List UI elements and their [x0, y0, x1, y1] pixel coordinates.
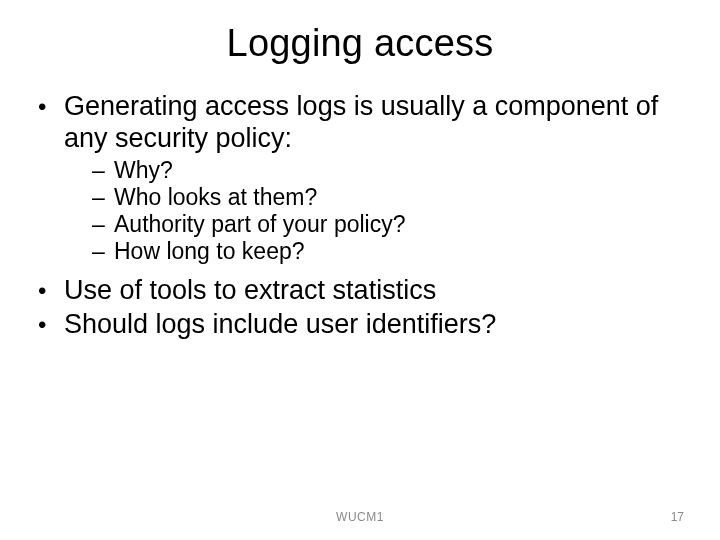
sub-bullet-text: Who looks at them? — [114, 184, 317, 210]
footer-center: WUCM1 — [0, 510, 720, 524]
bullet-item: Use of tools to extract statistics — [36, 275, 684, 307]
sub-bullet-item: How long to keep? — [92, 238, 684, 265]
sub-bullet-list: Why? Who looks at them? Authority part o… — [64, 157, 684, 266]
slide-body: Generating access logs is usually a comp… — [0, 73, 720, 341]
bullet-text: Generating access logs is usually a comp… — [64, 91, 658, 153]
bullet-item: Generating access logs is usually a comp… — [36, 91, 684, 265]
sub-bullet-text: Authority part of your policy? — [114, 211, 405, 237]
bullet-item: Should logs include user identifiers? — [36, 309, 684, 341]
page-number: 17 — [671, 510, 684, 524]
slide-title: Logging access — [0, 0, 720, 73]
sub-bullet-text: How long to keep? — [114, 238, 305, 264]
bullet-list: Generating access logs is usually a comp… — [36, 91, 684, 341]
bullet-text: Use of tools to extract statistics — [64, 275, 436, 305]
sub-bullet-item: Authority part of your policy? — [92, 211, 684, 238]
bullet-text: Should logs include user identifiers? — [64, 309, 496, 339]
sub-bullet-item: Who looks at them? — [92, 184, 684, 211]
sub-bullet-text: Why? — [114, 157, 173, 183]
slide: Logging access Generating access logs is… — [0, 0, 720, 540]
sub-bullet-item: Why? — [92, 157, 684, 184]
